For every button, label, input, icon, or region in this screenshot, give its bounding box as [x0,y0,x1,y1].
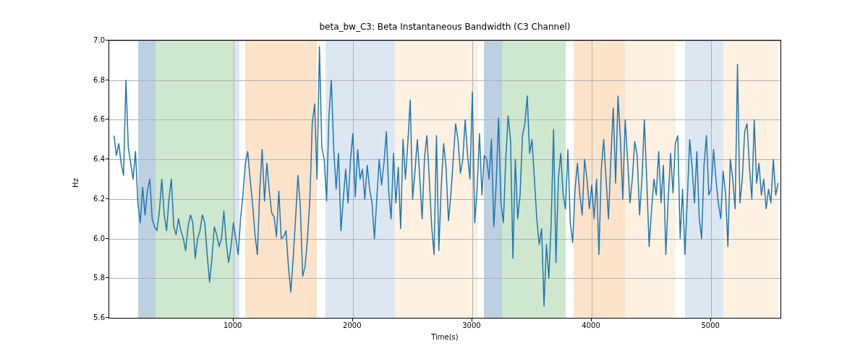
y-tick-label: 6.6 [33,115,105,123]
y-tick-label: 6.2 [33,194,105,202]
y-tick-mark [106,159,109,159]
y-tick-label: 5.8 [33,274,105,282]
x-tick-label: 5000 [689,321,732,329]
y-tick-mark [106,119,109,119]
y-tick-mark [106,238,109,239]
y-tick-label: 6.4 [33,155,105,163]
line-series [109,41,780,318]
figure: beta_bw_C3: Beta Instantaneous Bandwidth… [0,0,868,362]
x-tick-mark [710,319,711,321]
chart-title: beta_bw_C3: Beta Instantaneous Bandwidth… [109,22,781,32]
gridline-horizontal [109,318,780,319]
y-tick-mark [106,198,109,199]
x-tick-mark [591,319,592,321]
y-tick-mark [106,80,109,80]
plot-area [109,40,781,319]
x-tick-mark [352,319,353,321]
x-tick-label: 1000 [211,321,255,329]
y-axis-label: Hz [72,178,80,188]
x-tick-label: 4000 [569,321,613,329]
y-tick-label: 6.0 [33,234,105,242]
y-tick-mark [106,277,109,278]
y-tick-label: 7.0 [33,36,105,44]
y-tick-mark [106,40,109,41]
y-tick-mark [106,317,109,318]
y-tick-label: 6.8 [33,75,105,83]
y-tick-label: 5.6 [33,313,105,321]
x-tick-mark [472,319,472,321]
x-tick-label: 2000 [331,321,374,329]
x-tick-label: 3000 [450,321,493,329]
x-axis-label: Time(s) [109,333,781,341]
x-tick-mark [233,319,234,321]
